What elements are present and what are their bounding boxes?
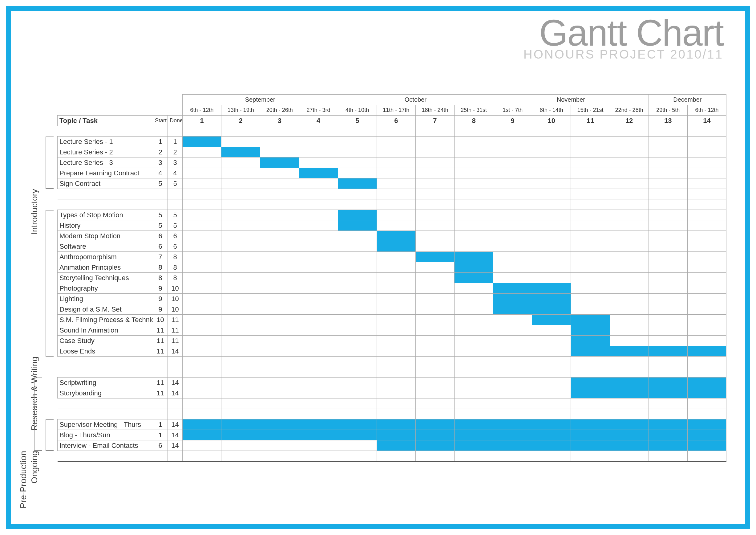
gantt-cell — [338, 220, 377, 231]
gantt-cell — [299, 283, 338, 294]
gantt-cell — [571, 262, 610, 273]
gantt-cell — [183, 419, 221, 430]
gantt-cell — [493, 273, 532, 283]
task-done: 14 — [168, 378, 183, 388]
gantt-cell — [687, 157, 726, 168]
gantt-cell — [183, 315, 221, 325]
gantt-cell — [454, 231, 493, 241]
gantt-cell — [571, 440, 610, 451]
task-done: 14 — [168, 440, 183, 451]
gantt-cell — [649, 378, 687, 388]
task-row: Lecture Series - 333 — [58, 157, 726, 168]
task-name: Lighting — [58, 294, 153, 304]
week-number: 6 — [377, 116, 416, 126]
task-row: Lecture Series - 111 — [58, 136, 726, 147]
gantt-cell — [338, 231, 377, 241]
task-start: 9 — [153, 283, 168, 294]
gantt-cell — [610, 304, 649, 315]
gantt-cell — [610, 241, 649, 252]
gantt-cell — [571, 136, 610, 147]
gantt-cell — [221, 419, 260, 430]
gantt-cell — [416, 304, 454, 315]
gantt-cell — [338, 136, 377, 147]
gantt-cell — [687, 231, 726, 241]
spacer-row — [58, 199, 726, 210]
gantt-cell — [377, 220, 416, 231]
gantt-cell — [416, 315, 454, 325]
gantt-cell — [454, 157, 493, 168]
task-done: 6 — [168, 231, 183, 241]
task-name: Blog - Thurs/Sun — [58, 430, 153, 440]
gantt-cell — [571, 168, 610, 179]
gantt-cell — [649, 273, 687, 283]
task-row: Scriptwriting1114 — [58, 378, 726, 388]
gantt-cell — [260, 136, 299, 147]
gantt-cell — [454, 252, 493, 262]
task-start: 9 — [153, 304, 168, 315]
gantt-cell — [338, 315, 377, 325]
gantt-cell — [610, 231, 649, 241]
month-header: December — [649, 95, 726, 105]
gantt-cell — [493, 419, 532, 430]
gantt-cell — [260, 157, 299, 168]
gantt-cell — [299, 440, 338, 451]
gantt-cell — [532, 262, 571, 273]
gantt-cell — [687, 168, 726, 179]
week-number: 12 — [610, 116, 649, 126]
gantt-cell — [221, 157, 260, 168]
gantt-cell — [610, 252, 649, 262]
gantt-cell — [416, 231, 454, 241]
task-row: Types of Stop Motion55 — [58, 210, 726, 220]
spacer-row — [58, 356, 726, 367]
task-row: Storytelling Techniques88 — [58, 273, 726, 283]
col-start: Start — [153, 116, 168, 126]
gantt-cell — [610, 210, 649, 220]
gantt-cell — [260, 262, 299, 273]
gantt-cell — [299, 179, 338, 189]
gantt-cell — [532, 273, 571, 283]
gantt-cell — [221, 430, 260, 440]
gantt-cell — [493, 210, 532, 220]
week-dates: 22nd - 28th — [610, 105, 649, 116]
task-name: Case Study — [58, 336, 153, 346]
gantt-cell — [493, 346, 532, 356]
task-done: 11 — [168, 315, 183, 325]
gantt-cell — [377, 304, 416, 315]
gantt-cell — [260, 147, 299, 157]
gantt-cell — [416, 157, 454, 168]
gantt-chart: SeptemberOctoberNovemberDecember6th - 12… — [33, 94, 726, 512]
gantt-cell — [299, 241, 338, 252]
task-start: 6 — [153, 241, 168, 252]
gantt-cell — [338, 168, 377, 179]
week-number: 14 — [687, 116, 726, 126]
gantt-cell — [687, 273, 726, 283]
gantt-cell — [221, 220, 260, 231]
task-name: Lecture Series - 1 — [58, 136, 153, 147]
gantt-cell — [493, 325, 532, 336]
task-done: 8 — [168, 252, 183, 262]
gantt-cell — [260, 419, 299, 430]
gantt-cell — [260, 294, 299, 304]
week-number: 3 — [260, 116, 299, 126]
gantt-cell — [338, 179, 377, 189]
gantt-cell — [687, 136, 726, 147]
gantt-cell — [532, 252, 571, 262]
gantt-cell — [454, 283, 493, 294]
gantt-cell — [649, 157, 687, 168]
task-name: Types of Stop Motion — [58, 210, 153, 220]
gantt-cell — [377, 252, 416, 262]
gantt-cell — [221, 315, 260, 325]
task-row: Sign Contract55 — [58, 179, 726, 189]
task-name: Software — [58, 241, 153, 252]
gantt-cell — [183, 252, 221, 262]
gantt-cell — [377, 273, 416, 283]
gantt-cell — [299, 378, 338, 388]
task-row: Modern Stop Motion66 — [58, 231, 726, 241]
week-number: 10 — [532, 116, 571, 126]
spacer-row — [58, 189, 726, 199]
task-name: History — [58, 220, 153, 231]
gantt-cell — [687, 283, 726, 294]
gantt-cell — [454, 346, 493, 356]
gantt-cell — [649, 440, 687, 451]
gantt-cell — [493, 147, 532, 157]
